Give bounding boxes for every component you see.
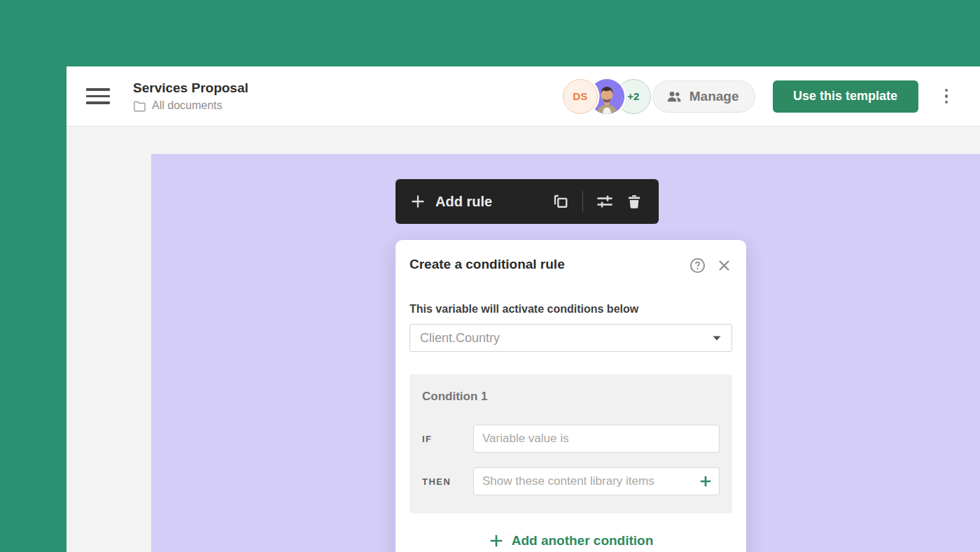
- kebab-menu-icon[interactable]: [942, 86, 951, 107]
- variable-select-value: Client.Country: [420, 331, 500, 346]
- add-rule-label: Add rule: [435, 194, 492, 210]
- toolbar-icon-group: [550, 191, 645, 212]
- breadcrumb-label: All documents: [152, 99, 223, 112]
- chevron-down-icon: [712, 335, 722, 341]
- breadcrumb[interactable]: All documents: [133, 99, 248, 112]
- toolbar-divider: [582, 191, 584, 212]
- use-template-button[interactable]: Use this template: [773, 80, 918, 113]
- then-value-input[interactable]: [473, 467, 720, 495]
- avatar-initials[interactable]: DS: [563, 79, 598, 114]
- delete-button[interactable]: [624, 191, 645, 212]
- plus-icon: [489, 533, 504, 549]
- trash-icon: [625, 192, 643, 211]
- document-title-block: Services Proposal All documents: [133, 80, 248, 113]
- then-label: THEN: [422, 476, 473, 487]
- page-title: Services Proposal: [133, 80, 248, 97]
- copy-icon: [552, 192, 570, 211]
- add-another-condition-label: Add another condition: [512, 533, 654, 549]
- if-row: IF: [422, 425, 720, 453]
- variable-select[interactable]: Client.Country: [410, 324, 732, 352]
- hamburger-menu-icon[interactable]: [86, 88, 110, 104]
- duplicate-button[interactable]: [550, 191, 571, 212]
- people-icon: [666, 88, 682, 105]
- if-label: IF: [422, 434, 473, 444]
- if-value-input[interactable]: [473, 425, 720, 453]
- app-header: Services Proposal All documents DS: [66, 66, 980, 127]
- conditional-rule-modal: Create a conditional rule This variable …: [396, 240, 746, 552]
- rule-toolbar: Add rule: [396, 179, 659, 224]
- screen: Services Proposal All documents DS: [0, 0, 980, 552]
- header-actions: DS +2: [563, 79, 951, 114]
- avatar-overflow-label: +2: [627, 90, 639, 102]
- help-icon: [690, 257, 706, 274]
- then-row: THEN: [422, 467, 720, 495]
- add-content-item-icon[interactable]: [699, 474, 713, 488]
- modal-header: Create a conditional rule: [410, 257, 732, 274]
- close-button[interactable]: [715, 257, 732, 274]
- plus-icon: [410, 193, 426, 210]
- folder-icon: [133, 100, 146, 112]
- manage-label: Manage: [690, 89, 739, 104]
- avatar-initials-label: DS: [573, 90, 587, 102]
- add-rule-button[interactable]: Add rule: [410, 193, 492, 210]
- variable-section-label: This variable will activate conditions b…: [410, 303, 732, 316]
- settings-button[interactable]: [594, 191, 615, 212]
- modal-title: Create a conditional rule: [410, 257, 565, 272]
- sliders-icon: [595, 192, 615, 211]
- help-button[interactable]: [689, 257, 706, 274]
- condition-title: Condition 1: [422, 390, 720, 404]
- close-icon: [717, 258, 732, 273]
- add-another-condition-button[interactable]: Add another condition: [410, 533, 732, 549]
- manage-button[interactable]: Manage: [652, 80, 755, 113]
- condition-card: Condition 1 IF THEN: [410, 374, 732, 514]
